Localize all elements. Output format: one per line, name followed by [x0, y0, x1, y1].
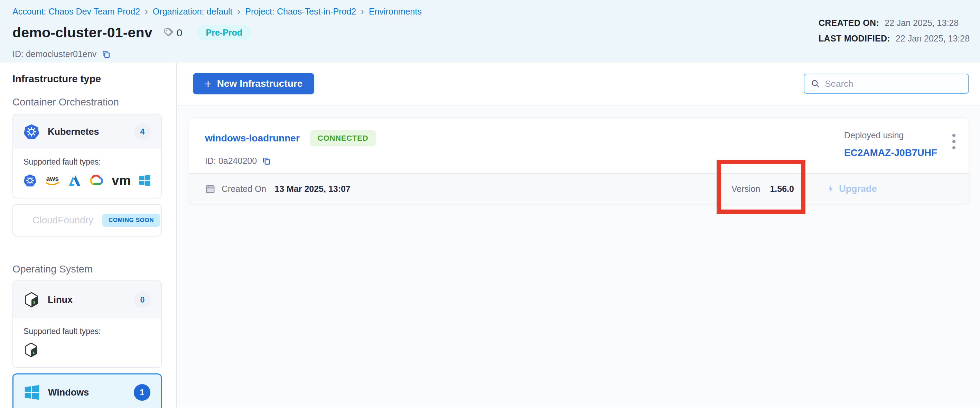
card-menu-button[interactable]: [952, 130, 955, 173]
section-container-orchestration: Container Orchestration: [13, 96, 176, 108]
azure-icon: [68, 173, 81, 188]
windows-count-badge: 1: [134, 384, 150, 401]
status-badge: CONNECTED: [310, 130, 376, 146]
tags-indicator: 0: [162, 27, 183, 39]
copy-id-icon[interactable]: [101, 49, 111, 59]
linux-count-badge: 0: [134, 292, 151, 308]
created-on-group: Created On 13 Mar 2025, 13:07: [205, 183, 350, 194]
card-created-on-value: 13 Mar 2025, 13:07: [274, 184, 350, 194]
windows-icon: [138, 173, 151, 188]
gcp-icon: [89, 173, 104, 188]
windows-label: Windows: [48, 387, 89, 398]
breadcrumb-environments[interactable]: Environments: [369, 6, 422, 17]
breadcrumb-project[interactable]: Project: Chaos-Test-in-Prod2: [245, 6, 356, 17]
kubernetes-icon: [24, 124, 40, 140]
sidebar-item-linux[interactable]: $ Linux 0 Supported fault types: $: [13, 280, 162, 368]
version-label: Version: [732, 184, 760, 194]
breadcrumb-organization[interactable]: Organization: default: [153, 6, 233, 17]
created-on-label: CREATED ON:: [819, 18, 879, 28]
version-group: Version 1.56.0: [732, 174, 794, 204]
header-dates: CREATED ON: 22 Jan 2025, 13:28 LAST MODI…: [819, 18, 970, 43]
infrastructure-card: windows-loadrunner CONNECTED ID: 0a24020…: [189, 118, 969, 204]
created-on-value: 22 Jan 2025, 13:28: [885, 18, 959, 28]
version-value: 1.56.0: [770, 184, 794, 194]
infrastructure-type-sidebar: Infrastructure type Container Orchestrat…: [0, 62, 177, 408]
search-input[interactable]: [825, 78, 962, 89]
deployed-using-label: Deployed using: [844, 130, 937, 140]
linux-fault-type-icons: $: [24, 342, 151, 357]
section-operating-system: Operating System: [13, 263, 176, 275]
kubernetes-icon: [24, 173, 37, 188]
last-modified-value: 22 Jan 2025, 13:28: [896, 33, 970, 43]
environment-id: ID: democluster01env: [13, 49, 97, 59]
aws-icon: aws: [44, 173, 61, 188]
svg-text:aws: aws: [46, 175, 59, 182]
svg-text:$: $: [32, 351, 35, 355]
breadcrumb-separator: ›: [237, 6, 240, 17]
new-infrastructure-button[interactable]: + New Infrastructure: [193, 73, 314, 94]
breadcrumb-separator: ›: [361, 6, 364, 17]
vmware-icon: vm: [111, 173, 130, 188]
supported-fault-types-label: Supported fault types:: [24, 157, 151, 167]
infrastructure-id: ID: 0a240200: [205, 156, 257, 166]
environment-details-page: Account: Chaos Dev Team Prod2 › Organiza…: [0, 0, 980, 408]
copy-infrastructure-id-icon[interactable]: [262, 156, 271, 166]
kubernetes-count-badge: 4: [134, 123, 151, 140]
sidebar-item-kubernetes[interactable]: Kubernetes 4 Supported fault types:: [13, 114, 162, 198]
tag-count: 0: [177, 27, 183, 39]
coming-soon-badge: COMING SOON: [102, 214, 160, 227]
infrastructure-name-link[interactable]: windows-loadrunner: [205, 133, 300, 144]
plus-icon: +: [205, 78, 212, 89]
supported-fault-types-label: Supported fault types:: [24, 327, 151, 336]
upgrade-label: Upgrade: [839, 183, 877, 194]
breadcrumb-account[interactable]: Account: Chaos Dev Team Prod2: [13, 6, 140, 17]
infrastructure-list: windows-loadrunner CONNECTED ID: 0a24020…: [178, 105, 980, 407]
linux-icon: $: [24, 342, 39, 357]
card-created-on-label: Created On: [221, 184, 266, 194]
tag-icon: [162, 27, 174, 39]
page-title: demo-cluster-01-env: [13, 25, 153, 41]
search-box: [804, 74, 969, 94]
env-type-badge: Pre-Prod: [197, 25, 251, 40]
sidebar-item-windows[interactable]: Windows 1 Supported fault types:: [13, 373, 162, 408]
last-modified-label: LAST MODIFIED:: [819, 33, 890, 43]
deployed-using-link[interactable]: EC2AMAZ-J0B7UHF: [844, 147, 937, 158]
page-header: Account: Chaos Dev Team Prod2 › Organiza…: [0, 0, 980, 62]
calendar-icon: [205, 183, 215, 194]
breadcrumb: Account: Chaos Dev Team Prod2 › Organiza…: [13, 6, 967, 17]
kubernetes-label: Kubernetes: [48, 127, 99, 137]
main-panel: + New Infrastructure windows-loadrunner …: [178, 62, 980, 408]
new-infrastructure-label: New Infrastructure: [217, 78, 302, 89]
windows-icon: [24, 384, 40, 400]
linux-icon: $: [24, 292, 40, 308]
svg-text:$: $: [33, 301, 35, 304]
search-icon: [811, 78, 820, 89]
cloudfoundry-label: CloudFoundry: [32, 215, 93, 226]
upgrade-button[interactable]: Upgrade: [827, 174, 877, 204]
kubernetes-fault-type-icons: aws: [24, 173, 151, 188]
sidebar-item-cloudfoundry[interactable]: CloudFoundry COMING SOON: [13, 204, 162, 236]
lightning-icon: [827, 184, 835, 193]
breadcrumb-separator: ›: [145, 6, 148, 17]
linux-label: Linux: [48, 295, 73, 305]
toolbar: + New Infrastructure: [178, 62, 980, 105]
sidebar-heading: Infrastructure type: [13, 73, 176, 85]
